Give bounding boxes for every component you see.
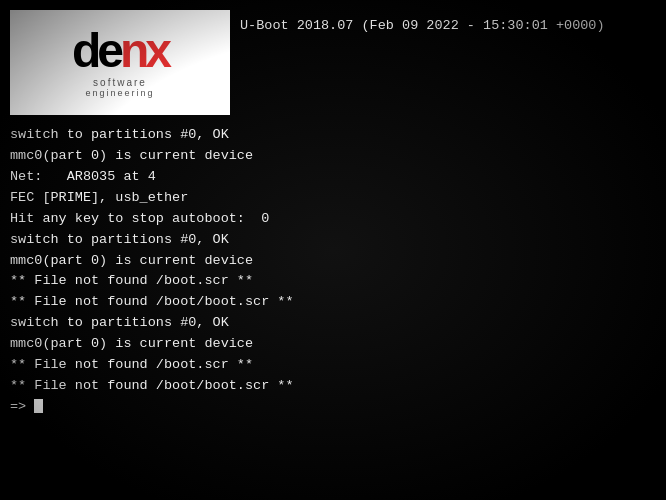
logo-sub2: engineering bbox=[85, 88, 154, 98]
terminal-line: ** File not found /boot.scr ** bbox=[10, 271, 656, 292]
logo-letter-n: n bbox=[120, 24, 145, 77]
terminal-screen: denx software engineering U-Boot 2018.07… bbox=[0, 0, 666, 500]
terminal-line: mmc0(part 0) is current device bbox=[10, 146, 656, 167]
logo-letter-d: d bbox=[72, 24, 97, 77]
logo-letter-e: e bbox=[97, 24, 120, 77]
terminal-line: FEC [PRIME], usb_ether bbox=[10, 188, 656, 209]
terminal-line: switch to partitions #0, OK bbox=[10, 230, 656, 251]
terminal-line: mmc0(part 0) is current device bbox=[10, 251, 656, 272]
terminal-cursor bbox=[34, 399, 43, 413]
terminal-line: mmc0(part 0) is current device bbox=[10, 334, 656, 355]
terminal-output[interactable]: switch to partitions #0, OK mmc0(part 0)… bbox=[10, 125, 656, 490]
terminal-prompt[interactable]: => bbox=[10, 397, 656, 418]
terminal-line: ** File not found /boot.scr ** bbox=[10, 355, 656, 376]
terminal-line: ** File not found /boot/boot.scr ** bbox=[10, 292, 656, 313]
terminal-line: switch to partitions #0, OK bbox=[10, 125, 656, 146]
terminal-line: ** File not found /boot/boot.scr ** bbox=[10, 376, 656, 397]
terminal-line: Net: AR8035 at 4 bbox=[10, 167, 656, 188]
logo-subtitle: software bbox=[93, 77, 147, 88]
terminal-line: Hit any key to stop autoboot: 0 bbox=[10, 209, 656, 230]
terminal-line: switch to partitions #0, OK bbox=[10, 313, 656, 334]
denx-logo: denx bbox=[72, 27, 168, 75]
logo-letter-x: x bbox=[145, 24, 168, 77]
logo-area: denx software engineering bbox=[10, 10, 230, 115]
uboot-header: U-Boot 2018.07 (Feb 09 2022 - 15:30:01 +… bbox=[240, 18, 656, 33]
